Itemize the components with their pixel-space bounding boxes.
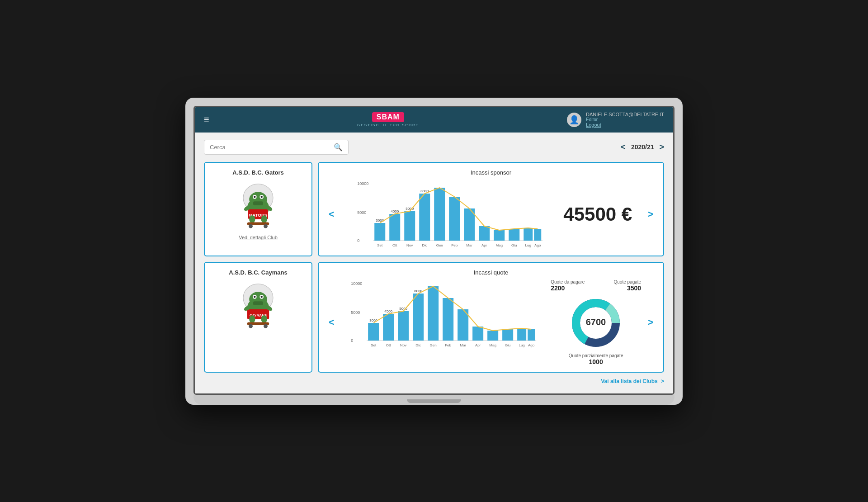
sponsor-chart-prev[interactable]: < [327, 208, 336, 220]
sponsor-chart-inner: < 10000 5000 0 [327, 180, 655, 249]
quote-chart-area: 10000 5000 0 3000 4500 5000 [341, 279, 546, 365]
user-email: DANIELE.SCOTTA@DELTATRE.IT [586, 112, 664, 117]
svg-point-65 [264, 324, 268, 328]
svg-text:4500: 4500 [384, 309, 392, 313]
svg-rect-35 [524, 228, 533, 241]
dashboard-grid: A.S.D. B.C. Gators [204, 162, 664, 373]
svg-text:Apr: Apr [481, 243, 487, 247]
svg-rect-70 [368, 323, 379, 341]
svg-rect-29 [434, 188, 445, 241]
svg-text:Mag: Mag [495, 243, 503, 247]
quote-chart-title: Incassi quote [327, 269, 655, 276]
svg-text:Giu: Giu [511, 243, 517, 247]
svg-text:Ago: Ago [534, 243, 541, 247]
svg-text:Ott: Ott [386, 343, 391, 347]
svg-text:Ott: Ott [392, 243, 397, 247]
svg-point-15 [249, 224, 253, 228]
search-bar: 🔍 < 2020/21 > [204, 140, 664, 155]
svg-text:Apr: Apr [475, 343, 481, 347]
club-card-gators: A.S.D. B.C. Gators [204, 162, 312, 256]
search-input[interactable] [210, 144, 334, 151]
logout-link[interactable]: Logout [586, 122, 664, 128]
club-detail-link-gators[interactable]: Vedi dettagli Club [239, 235, 278, 240]
sponsor-chart-title: Incassi sponsor [327, 169, 655, 176]
quote-chart-card: Incassi quote < 10000 5000 0 [318, 262, 664, 373]
svg-rect-27 [419, 194, 430, 241]
svg-point-61 [249, 315, 255, 323]
svg-text:10000: 10000 [351, 281, 362, 286]
footer-link-text: Vai alla lista dei Clubs [601, 378, 657, 384]
svg-text:Lug: Lug [525, 243, 531, 247]
sponsor-chart-nav-left: < [327, 180, 336, 249]
quote-chart-next[interactable]: > [646, 317, 655, 328]
svg-text:Gen: Gen [436, 243, 443, 247]
footer-link[interactable]: Vai alla lista dei Clubs > [204, 373, 664, 386]
svg-rect-21 [374, 223, 385, 241]
svg-rect-30 [449, 197, 460, 241]
svg-rect-74 [398, 311, 409, 341]
user-info: DANIELE.SCOTTA@DELTATRE.IT Editor Logout [586, 112, 664, 128]
svg-rect-81 [472, 327, 483, 341]
sponsor-chart-next[interactable]: > [646, 208, 655, 220]
svg-text:Ago: Ago [528, 343, 535, 347]
sponsor-bar-svg: 10000 5000 0 3000 [341, 180, 559, 247]
quote-pagate-val: 3500 [614, 284, 642, 292]
quote-pagate-label: Quote pagate [614, 279, 642, 284]
svg-text:Mar: Mar [466, 243, 472, 247]
svg-text:6700: 6700 [586, 317, 606, 327]
logo-subtitle: GESTISCI IL TUO SPORT [357, 123, 419, 127]
svg-rect-76 [413, 294, 424, 341]
svg-rect-33 [494, 230, 505, 241]
svg-point-64 [249, 324, 253, 328]
sponsor-chart-nav-right: > [646, 180, 655, 249]
quote-chart-nav-right: > [646, 279, 655, 365]
svg-text:3000: 3000 [376, 218, 384, 223]
quote-chart-inner: < 10000 5000 0 3000 4500 [327, 279, 655, 365]
svg-point-12 [249, 215, 255, 223]
logo-text: SBAM [372, 112, 404, 122]
svg-point-62 [261, 315, 267, 323]
avatar: 👤 [567, 113, 581, 127]
sponsor-total-area: 45500 € [563, 180, 641, 249]
svg-text:Nov: Nov [406, 243, 413, 247]
club-logo-gators: GATORS [233, 180, 283, 230]
year-label: 2020/21 [631, 143, 654, 151]
svg-point-16 [264, 224, 268, 228]
sponsor-chart-area: 10000 5000 0 3000 [341, 180, 559, 249]
svg-text:Mag: Mag [489, 343, 496, 347]
quote-da-pagare-label: Quote da pagare [551, 279, 585, 284]
club-name-gators: A.S.D. B.C. Gators [232, 169, 283, 176]
search-icon: 🔍 [334, 143, 343, 152]
svg-text:0: 0 [357, 238, 359, 243]
svg-text:5000: 5000 [351, 310, 360, 315]
donut-svg: 6700 [560, 294, 632, 352]
quote-bar-svg: 10000 5000 0 3000 4500 5000 [341, 279, 546, 347]
quote-chart-prev[interactable]: < [327, 317, 336, 328]
svg-rect-56 [253, 301, 263, 305]
svg-rect-72 [383, 314, 394, 341]
club-card-caymans: A.S.D. B.C. Caymans CAYMANS [204, 262, 312, 373]
user-section: 👤 DANIELE.SCOTTA@DELTATRE.IT Editor Logo… [567, 112, 664, 128]
svg-text:4500: 4500 [391, 209, 399, 213]
svg-text:Dic: Dic [415, 343, 421, 347]
year-nav: < 2020/21 > [621, 142, 664, 152]
svg-text:Set: Set [371, 343, 377, 347]
svg-rect-83 [502, 329, 513, 341]
quote-parz-label: Quote parzialmente pagate [569, 353, 623, 358]
svg-rect-78 [428, 286, 439, 341]
main-content: 🔍 < 2020/21 > A.S.D. B.C. Gators [195, 133, 673, 393]
svg-point-13 [261, 215, 267, 223]
svg-text:Feb: Feb [451, 243, 458, 247]
svg-rect-25 [404, 211, 415, 241]
svg-text:Nov: Nov [400, 343, 406, 347]
svg-rect-85 [528, 329, 535, 341]
svg-text:Gen: Gen [429, 343, 436, 347]
sponsor-amount: 45500 € [563, 204, 632, 225]
menu-icon[interactable]: ≡ [204, 114, 209, 125]
svg-point-55 [261, 296, 263, 298]
svg-text:0: 0 [351, 338, 353, 343]
svg-point-6 [261, 196, 263, 198]
year-next-button[interactable]: > [659, 142, 664, 152]
svg-rect-34 [509, 229, 519, 241]
year-prev-button[interactable]: < [621, 142, 626, 152]
